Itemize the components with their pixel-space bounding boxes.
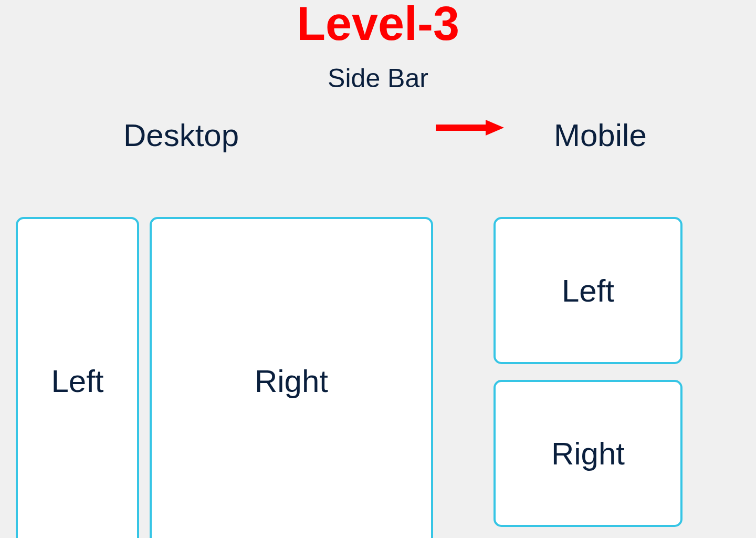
mobile-right-box: Right (494, 380, 682, 527)
desktop-left-box: Left (16, 217, 139, 538)
desktop-label: Desktop (123, 117, 239, 153)
page-title: Level-3 (0, 0, 756, 47)
mobile-left-label: Left (562, 273, 614, 309)
desktop-right-label: Right (255, 363, 328, 399)
layout-group: Left Right Left Right (0, 217, 756, 538)
mobile-left-box: Left (494, 217, 682, 364)
desktop-right-box: Right (150, 217, 433, 538)
mobile-layout: Left Right (494, 217, 682, 538)
subtitle: Side Bar (0, 63, 756, 94)
mobile-right-label: Right (551, 436, 625, 472)
svg-marker-1 (486, 120, 504, 136)
labels-row: Desktop Mobile (0, 117, 756, 159)
desktop-left-label: Left (51, 363, 103, 399)
mobile-label: Mobile (554, 117, 647, 153)
desktop-layout: Left Right (16, 217, 433, 538)
arrow-icon (436, 117, 504, 138)
